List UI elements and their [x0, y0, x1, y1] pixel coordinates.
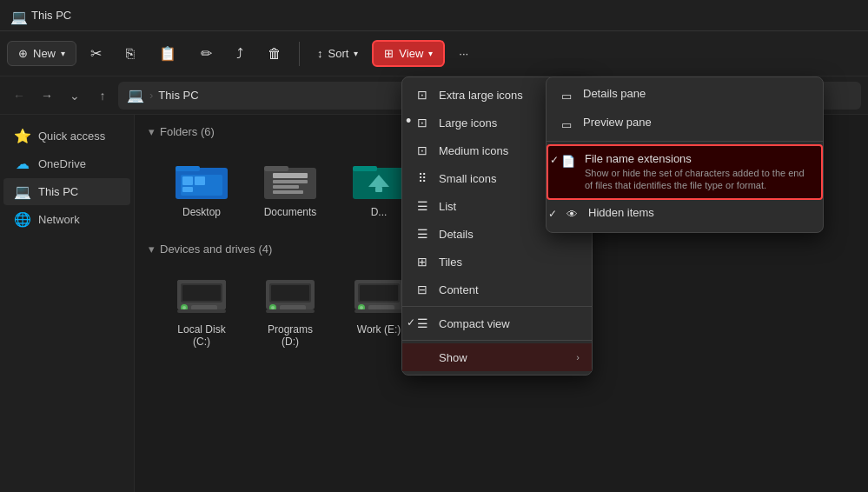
folders-arrow-icon: ▾	[149, 125, 155, 138]
view-icon: ⊞	[384, 47, 394, 60]
submenu-text-block: Hidden items	[588, 206, 654, 219]
network-icon: 🌐	[14, 211, 31, 228]
dropdown-separator	[402, 306, 592, 307]
view-button[interactable]: ⊞ View ▾	[372, 40, 445, 67]
new-label: New	[33, 47, 56, 60]
svg-rect-13	[353, 166, 377, 171]
sidebar-item-network[interactable]: 🌐 Network	[3, 206, 130, 233]
plus-icon: ⊕	[18, 47, 28, 60]
up-button[interactable]: ↑	[90, 83, 115, 108]
view-content[interactable]: ⊟ Content	[402, 276, 592, 303]
sidebar: ⭐ Quick access ☁ OneDrive 💻 This PC 🌐 Ne…	[0, 115, 135, 492]
folder-label: D...	[371, 206, 388, 218]
desktop-folder-icon	[174, 156, 229, 201]
sort-chevron-icon: ▾	[354, 49, 358, 58]
svg-rect-44	[354, 309, 403, 313]
large-icons-icon: ⊡	[414, 115, 430, 130]
details-pane-icon: ▭	[559, 88, 574, 103]
copy-to-button[interactable]: ⎘	[116, 41, 145, 67]
drive-local-c[interactable]: Local Disk (C:)	[162, 266, 241, 355]
drive-e-icon	[351, 273, 407, 318]
more-button[interactable]: ···	[448, 42, 479, 65]
submenu-text-block: Preview pane	[583, 116, 652, 129]
submenu-item-desc: Show or hide the set of characters added…	[585, 167, 809, 192]
svg-point-28	[182, 306, 186, 309]
sidebar-item-quick-access[interactable]: ⭐ Quick access	[3, 123, 130, 150]
back-button[interactable]: ←	[7, 83, 31, 108]
toolbar: ⊕ New ▾ ✂ ⎘ 📋 ✏ ⤴ 🗑 ↕ Sort ▾ ⊞ View ▾ ··…	[0, 31, 868, 76]
downloads-folder-icon	[351, 156, 407, 201]
submenu-item-label: File name extensions	[585, 152, 809, 165]
submenu-details-pane[interactable]: ▭ Details pane	[547, 81, 823, 110]
drive-programs-d[interactable]: Programs (D:)	[251, 266, 329, 355]
dropdown-item-label: Content	[439, 283, 479, 296]
drive-label: Local Disk (C:)	[169, 323, 234, 348]
show-icon	[414, 349, 430, 365]
drive-d-icon	[262, 273, 318, 318]
svg-point-35	[271, 306, 275, 309]
view-show[interactable]: Show ›	[402, 343, 592, 371]
svg-rect-8	[273, 173, 308, 178]
paste-button[interactable]: 📋	[149, 40, 187, 67]
title-bar-icon: 💻	[10, 9, 24, 23]
drive-label: Work (E:)	[357, 323, 401, 336]
submenu-preview-pane[interactable]: ▭ Preview pane	[547, 110, 823, 138]
drive-label: Programs (D:)	[258, 323, 322, 348]
computer-icon: 💻	[14, 183, 31, 200]
svg-rect-3	[182, 176, 193, 185]
view-label: View	[399, 47, 423, 60]
recent-locations-button[interactable]: ⌄	[63, 83, 87, 108]
sidebar-item-this-pc[interactable]: 💻 This PC	[3, 178, 130, 205]
dropdown-item-label: Tiles	[439, 256, 462, 269]
folder-documents[interactable]: Documents	[251, 149, 329, 225]
drive-c-icon	[174, 273, 229, 318]
dropdown-item-label: Show	[439, 351, 467, 364]
folder-desktop[interactable]: Desktop	[162, 149, 241, 225]
svg-rect-40	[360, 285, 398, 301]
folder-label: Documents	[264, 206, 317, 218]
breadcrumb-text: This PC	[158, 89, 198, 102]
breadcrumb-icon: 💻	[127, 87, 144, 103]
svg-rect-26	[182, 285, 221, 301]
submenu-item-label: Details pane	[583, 87, 646, 100]
star-icon: ⭐	[14, 128, 31, 144]
title-bar: 💻 This PC	[0, 0, 868, 31]
delete-button[interactable]: 🗑	[257, 41, 292, 67]
sidebar-item-onedrive[interactable]: ☁ OneDrive	[3, 150, 130, 177]
share-button[interactable]: ⤴	[226, 41, 254, 67]
show-arrow-icon: ›	[576, 352, 580, 362]
svg-rect-5	[182, 187, 193, 192]
sidebar-item-label: This PC	[38, 185, 78, 198]
content-icon: ⊟	[414, 282, 430, 297]
drives-section-label: Devices and drives (4)	[160, 243, 272, 256]
more-label: ···	[459, 47, 468, 60]
title-bar-text: This PC	[31, 9, 71, 22]
small-icons-icon: ⠿	[414, 170, 430, 186]
submenu-separator	[547, 141, 823, 142]
file-ext-icon: 📄	[560, 153, 576, 169]
list-icon: ☰	[414, 198, 430, 214]
preview-pane-icon: ▭	[559, 116, 574, 132]
view-compact[interactable]: ☰ Compact view	[402, 309, 592, 337]
rename-button[interactable]: ✏	[190, 40, 222, 67]
sidebar-item-label: OneDrive	[38, 157, 86, 170]
documents-folder-icon	[262, 156, 318, 201]
dropdown-item-label: List	[439, 200, 456, 213]
view-tiles[interactable]: ⊞ Tiles	[402, 248, 592, 276]
dropdown-item-label: Small icons	[439, 172, 496, 185]
sort-label: Sort	[328, 47, 349, 60]
sidebar-item-label: Network	[38, 213, 80, 226]
dropdown-item-label: Large icons	[439, 116, 497, 130]
submenu-hidden-items[interactable]: 👁 Hidden items	[547, 200, 823, 229]
submenu-file-extensions[interactable]: 📄 File name extensions Show or hide the …	[547, 144, 823, 200]
submenu-item-label: Hidden items	[588, 206, 654, 219]
svg-rect-37	[266, 309, 315, 313]
sort-button[interactable]: ↕ Sort ▾	[307, 42, 368, 65]
new-button[interactable]: ⊕ New ▾	[7, 41, 76, 66]
breadcrumb-separator: ›	[149, 89, 153, 102]
forward-button[interactable]: →	[35, 83, 59, 108]
svg-rect-30	[177, 309, 226, 313]
tiles-icon: ⊞	[414, 254, 430, 269]
cut-button[interactable]: ✂	[80, 40, 112, 67]
chevron-down-icon: ▾	[61, 49, 65, 58]
